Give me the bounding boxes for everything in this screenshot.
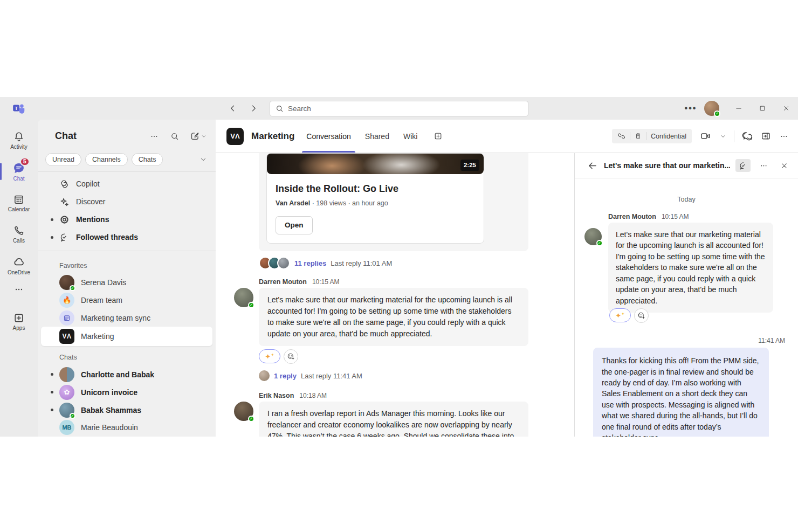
chat-item-babak-shammas[interactable]: Babak Shammas [38,401,216,419]
channel-chat-button[interactable] [741,130,754,143]
panel-icon [761,131,771,141]
replies-link[interactable]: 11 replies [294,259,326,267]
sidebar-search-button[interactable] [168,130,181,143]
maximize-button[interactable] [751,97,774,120]
message-time: 10:18 AM [299,392,327,399]
sidebar-item-discover[interactable]: Discover [38,193,216,211]
tab-conversation[interactable]: Conversation [306,120,351,153]
rail-item-chat[interactable]: 5 Chat [0,156,38,186]
chat-item-marketing-team-sync[interactable]: Marketing team sync [38,309,216,327]
initials-avatar: MB [59,420,74,435]
message-bubble[interactable]: I ran a fresh overlap report in Ads Mana… [259,402,528,437]
chat-unread-badge: 5 [20,157,30,166]
rail-label: Calls [13,238,25,244]
reactions-row: ✦✦ [259,349,574,364]
search-input[interactable]: Search [270,101,528,116]
thread-close-button[interactable] [776,159,792,172]
filter-chats[interactable]: Chats [132,153,163,166]
sparkle-reaction[interactable]: ✦✦ [259,349,280,363]
rail-more-button[interactable] [0,281,38,298]
video-meta: Van Arsdel · 198 views · an hour ago [267,198,484,215]
avatar-darren-mouton[interactable] [234,288,253,307]
filter-channels[interactable]: Channels [85,153,128,166]
thread-follow-toggle[interactable] [735,159,751,172]
filters-expand-button[interactable] [200,156,207,163]
thread-header: Let's make sure that our marketin... [575,153,798,178]
chat-item-dream-team[interactable]: 🔥 Dream team [38,291,216,309]
last-reply-time: Last reply 11:01 AM [331,259,392,267]
thread-more-button[interactable] [756,159,771,172]
open-video-button[interactable]: Open [276,216,313,234]
sensitivity-label: Confidential [651,133,686,140]
meet-now-button[interactable] [697,130,713,143]
apps-icon [13,312,25,324]
open-pane-button[interactable] [759,130,772,143]
rail-item-activity[interactable]: Activity [0,125,38,155]
sensitivity-pill[interactable]: Confidential [612,129,692,143]
sidebar-more-button[interactable] [148,130,161,143]
app-rail: Activity 5 Chat Calendar Calls OneDrive [0,120,38,437]
search-placeholder: Search [288,105,311,113]
thread-body: Today Darren Mouton 10:15 AM Let's make … [575,178,798,437]
video-card[interactable]: 2:25 Inside the Rollout: Go Live Van Ars… [266,153,484,244]
thread-message-author[interactable]: Darren Mouton [608,213,656,220]
emoji: 🔥 [63,296,71,304]
presence-badge [596,240,603,246]
message-author[interactable]: Erik Nason [259,392,294,399]
chat-item-label: Marketing team sync [81,314,150,322]
sidebar-item-followed-threads[interactable]: Followed threads [38,229,216,246]
thread-reply-bubble[interactable]: Thanks for kicking this off! From the PM… [593,348,769,437]
day-divider: Today [587,196,786,203]
message-author[interactable]: Darren Mouton [259,278,307,286]
user-avatar[interactable] [704,101,719,116]
phone-icon [13,225,25,237]
meet-options-chevron[interactable] [719,130,727,143]
sidebar-item-mentions[interactable]: Mentions [38,211,216,229]
add-reaction-button[interactable] [284,349,298,364]
chat-item-marie-beaudouin[interactable]: MB Marie Beaudouin [38,419,216,437]
main-column: VΛ Marketing Conversation Shared Wiki Co… [216,120,798,437]
presence-badge [714,110,720,117]
sparkle-reaction[interactable]: ✦✦ [609,308,631,322]
teams-logo-icon: T [12,101,26,115]
add-tab-button[interactable] [434,120,443,153]
back-button[interactable] [226,102,239,115]
rail-item-calendar[interactable]: Calendar [0,188,38,218]
meta-separator: · [312,199,314,207]
avatar [59,403,74,418]
chat-item-label: Unicorn invoice [81,388,137,397]
channel-more-button[interactable] [778,130,790,143]
video-views: 198 views [316,199,346,207]
video-thumbnail[interactable]: 2:25 [267,154,484,174]
filter-unread[interactable]: Unread [45,153,81,166]
chevron-down-icon [201,134,207,139]
svg-text:T: T [15,106,18,111]
sidebar-item-copilot[interactable]: Copilot [38,175,216,193]
chat-bubbles-icon [742,131,753,142]
rail-item-calls[interactable]: Calls [0,219,38,249]
new-chat-button[interactable] [189,130,208,143]
replies-link[interactable]: 1 reply [274,372,297,380]
channel-logo[interactable]: VΛ [226,128,244,145]
close-button[interactable] [774,97,798,120]
chat-item-marketing-selected[interactable]: VΛ Marketing [41,327,212,346]
rail-item-apps[interactable]: Apps [0,306,38,336]
chat-item-unicorn-invoice[interactable]: ✿ Unicorn invoice [38,383,216,401]
thread-back-button[interactable] [586,159,598,172]
avatar-darren-mouton[interactable] [584,228,602,245]
minimize-button[interactable] [727,97,751,120]
tab-shared[interactable]: Shared [365,120,389,153]
add-reaction-button[interactable] [634,308,649,323]
chat-item-label: Serena Davis [81,278,126,287]
thread-message-bubble[interactable]: Let's make sure that our marketing mater… [608,223,773,313]
chat-item-serena-davis[interactable]: Serena Davis [38,274,216,292]
forward-button[interactable] [247,102,260,115]
calendar-icon [13,194,25,205]
avatar-erik-nason[interactable] [234,402,253,421]
tab-wiki[interactable]: Wiki [403,120,417,153]
chat-item-charlotte-and-babak[interactable]: Charlotte and Babak [38,365,216,383]
rail-item-onedrive[interactable]: OneDrive [0,250,38,280]
message-bubble[interactable]: Let's make sure that our marketing mater… [259,288,528,346]
titlebar-more-button[interactable]: ••• [683,103,699,113]
flower-avatar: ✿ [59,385,74,400]
